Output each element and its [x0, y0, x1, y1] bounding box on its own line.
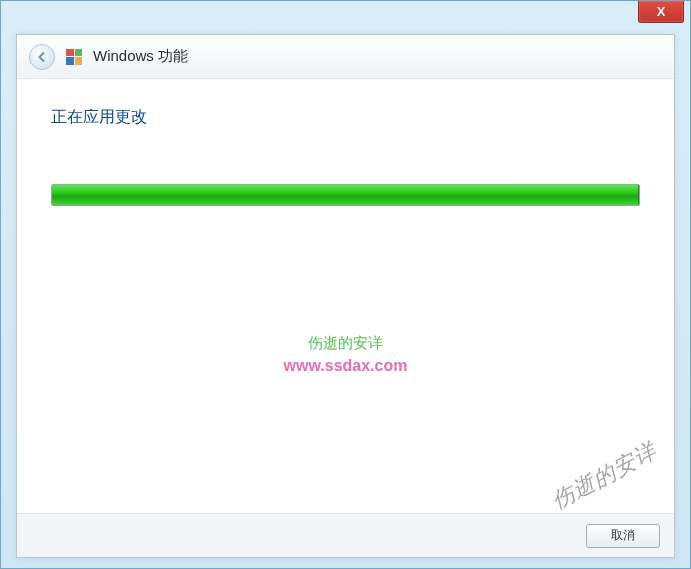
- progress-bar: [51, 184, 640, 206]
- watermark-text-1: 伤逝的安详: [284, 334, 408, 353]
- status-text: 正在应用更改: [51, 107, 640, 128]
- window-frame: X Windows 功能 正在应用更改 伤逝的安详: [0, 0, 691, 569]
- dialog-header: Windows 功能: [17, 35, 674, 79]
- progress-fill: [52, 185, 639, 205]
- close-button[interactable]: X: [638, 1, 684, 23]
- cancel-button[interactable]: 取消: [586, 524, 660, 548]
- close-icon: X: [657, 4, 666, 19]
- windows-features-icon: [65, 48, 83, 66]
- dialog-title: Windows 功能: [93, 47, 188, 66]
- titlebar: X: [1, 1, 690, 29]
- dialog-footer: 取消: [17, 513, 674, 557]
- watermark-center: 伤逝的安详 www.ssdax.com: [284, 334, 408, 375]
- watermark-corner: 伤逝的安详: [547, 436, 663, 516]
- dialog: Windows 功能 正在应用更改 伤逝的安详 www.ssdax.com 伤逝…: [16, 34, 675, 558]
- back-arrow-icon: [36, 51, 48, 63]
- watermark-text-2: www.ssdax.com: [284, 357, 408, 375]
- dialog-content: 正在应用更改 伤逝的安详 www.ssdax.com 伤逝的安详: [17, 79, 674, 513]
- back-button[interactable]: [29, 44, 55, 70]
